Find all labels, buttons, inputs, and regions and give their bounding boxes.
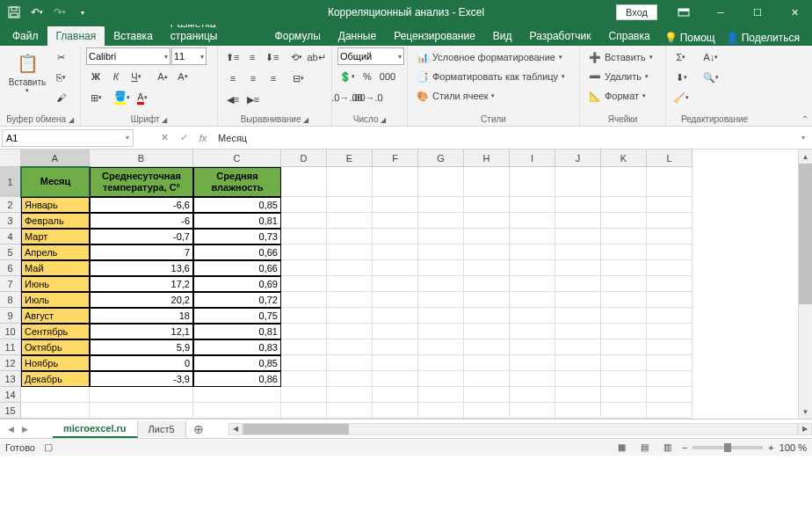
cell[interactable]: [555, 403, 601, 419]
cell[interactable]: [327, 229, 373, 244]
cell[interactable]: [555, 324, 601, 339]
cell[interactable]: [281, 355, 327, 371]
cell[interactable]: [510, 260, 555, 276]
cell[interactable]: [601, 371, 647, 387]
cell[interactable]: [647, 308, 692, 324]
month-cell[interactable]: Декабрь: [21, 371, 90, 387]
header-cell-temp[interactable]: Среднесуточнаятемпература, С°: [90, 167, 193, 197]
tab-help[interactable]: Справка: [600, 26, 659, 46]
cell[interactable]: [281, 229, 327, 244]
cell[interactable]: [373, 260, 418, 276]
month-cell[interactable]: Апрель: [21, 244, 90, 260]
cell[interactable]: [281, 197, 327, 213]
temp-cell[interactable]: -6,6: [90, 197, 193, 213]
header-cell-humidity[interactable]: Средняявлажность: [193, 167, 281, 197]
cell[interactable]: [555, 276, 601, 292]
cell[interactable]: [555, 213, 601, 229]
tab-view[interactable]: Вид: [484, 26, 521, 46]
wrap-text-icon[interactable]: ab↵: [307, 47, 326, 67]
cell[interactable]: [327, 260, 373, 276]
cell[interactable]: [327, 244, 373, 260]
cell[interactable]: [647, 244, 692, 260]
fill-icon[interactable]: ⬇▾: [671, 68, 691, 87]
scroll-thumb[interactable]: [799, 164, 812, 304]
merge-cells-icon[interactable]: ⊟▾: [288, 69, 308, 88]
comma-icon[interactable]: 000: [378, 67, 397, 86]
temp-cell[interactable]: -0,7: [90, 229, 193, 244]
cell[interactable]: [601, 339, 647, 355]
cell[interactable]: [464, 292, 510, 308]
cell[interactable]: [601, 276, 647, 292]
tab-insert[interactable]: Вставка: [105, 26, 162, 46]
cell[interactable]: [373, 403, 418, 419]
fx-icon[interactable]: fx: [193, 129, 213, 147]
cell[interactable]: [90, 403, 193, 419]
percent-icon[interactable]: %: [358, 67, 377, 86]
row-header[interactable]: 6: [0, 260, 21, 276]
cell[interactable]: [373, 213, 418, 229]
humidity-cell[interactable]: 0,83: [193, 339, 281, 355]
cell[interactable]: [464, 324, 510, 339]
column-header[interactable]: F: [373, 149, 418, 167]
cell[interactable]: [327, 387, 373, 403]
humidity-cell[interactable]: 0,66: [193, 260, 281, 276]
sheet-tab-active[interactable]: microexcel.ru: [53, 420, 138, 438]
clear-icon[interactable]: 🧹▾: [671, 88, 691, 107]
cell[interactable]: [647, 324, 692, 339]
cell[interactable]: [647, 387, 692, 403]
column-header[interactable]: I: [510, 149, 555, 167]
row-header[interactable]: 13: [0, 371, 21, 387]
column-header[interactable]: G: [418, 149, 464, 167]
cell[interactable]: [418, 260, 464, 276]
close-icon[interactable]: ✕: [777, 0, 812, 25]
cell[interactable]: [418, 292, 464, 308]
cell[interactable]: [510, 339, 555, 355]
cell[interactable]: [601, 213, 647, 229]
tab-home[interactable]: Главная: [47, 26, 105, 46]
cell[interactable]: [464, 308, 510, 324]
macro-record-icon[interactable]: ▢: [44, 441, 53, 453]
cut-icon[interactable]: ✂: [51, 47, 70, 67]
ribbon-options-icon[interactable]: [666, 0, 701, 25]
cell[interactable]: [647, 371, 692, 387]
temp-cell[interactable]: 17,2: [90, 276, 193, 292]
copy-icon[interactable]: ⎘▾: [51, 68, 70, 87]
cell[interactable]: [281, 292, 327, 308]
row-header[interactable]: 5: [0, 244, 21, 260]
cell[interactable]: [281, 213, 327, 229]
column-header[interactable]: E: [327, 149, 373, 167]
month-cell[interactable]: Сентябрь: [21, 324, 90, 339]
humidity-cell[interactable]: 0,69: [193, 276, 281, 292]
scroll-left-icon[interactable]: ◀: [228, 423, 243, 435]
cell[interactable]: [464, 387, 510, 403]
add-sheet-icon[interactable]: ⊕: [186, 422, 211, 436]
cell[interactable]: [601, 167, 647, 197]
temp-cell[interactable]: -3,9: [90, 371, 193, 387]
decrease-indent-icon[interactable]: ◀≡: [223, 90, 243, 109]
cell[interactable]: [373, 197, 418, 213]
cell[interactable]: [555, 371, 601, 387]
column-header[interactable]: H: [464, 149, 510, 167]
collapse-ribbon-icon[interactable]: ⌃: [801, 114, 808, 124]
cell[interactable]: [647, 213, 692, 229]
row-header[interactable]: 4: [0, 229, 21, 244]
cell[interactable]: [555, 387, 601, 403]
cell[interactable]: [281, 276, 327, 292]
cell[interactable]: [464, 167, 510, 197]
cell[interactable]: [327, 292, 373, 308]
cell[interactable]: [601, 324, 647, 339]
cell[interactable]: [647, 292, 692, 308]
scroll-down-icon[interactable]: ▼: [799, 405, 812, 419]
delete-cells-button[interactable]: ➖Удалить▾: [585, 67, 660, 86]
row-header[interactable]: 15: [0, 403, 21, 419]
cell[interactable]: [510, 324, 555, 339]
column-header[interactable]: J: [555, 149, 601, 167]
column-header[interactable]: K: [601, 149, 647, 167]
month-cell[interactable]: Ноябрь: [21, 355, 90, 371]
cell[interactable]: [510, 244, 555, 260]
zoom-out-icon[interactable]: −: [682, 442, 687, 453]
sheet-nav-prev-icon[interactable]: ◀: [4, 422, 18, 436]
insert-cells-button[interactable]: ➕Вставить▾: [585, 47, 660, 67]
cell[interactable]: [464, 355, 510, 371]
cell[interactable]: [555, 229, 601, 244]
